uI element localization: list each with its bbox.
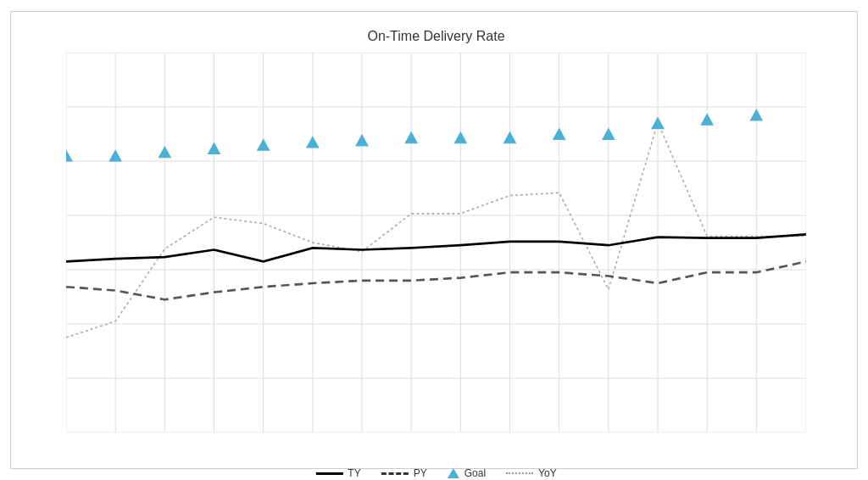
svg-marker-27 (209, 143, 220, 154)
legend-goal-label: Goal (465, 467, 486, 479)
svg-marker-34 (554, 129, 565, 140)
svg-marker-28 (258, 139, 270, 150)
svg-marker-30 (356, 135, 368, 146)
svg-marker-31 (405, 132, 417, 143)
chart-title: On-Time Delivery Rate (66, 29, 806, 44)
svg-marker-24 (66, 150, 72, 161)
svg-marker-25 (109, 150, 121, 161)
legend-py: PY (381, 467, 427, 479)
legend-ty: TY (315, 467, 360, 479)
chart-legend: TY PY Goal YoY (315, 467, 556, 479)
svg-marker-35 (603, 129, 615, 140)
yoy-line (66, 122, 806, 338)
goal-icon (448, 468, 459, 478)
legend-goal: Goal (448, 467, 486, 479)
py-line-icon (381, 472, 409, 475)
chart-svg: 65.0% 70.0% 75.0% 80.0% 85.0% 90.0% 95.0… (66, 53, 806, 433)
svg-marker-29 (307, 137, 319, 148)
ty-line (66, 234, 806, 261)
svg-marker-36 (652, 118, 664, 129)
svg-marker-33 (504, 132, 516, 143)
svg-marker-26 (159, 147, 170, 158)
svg-marker-37 (701, 114, 713, 126)
legend-py-label: PY (414, 467, 427, 479)
svg-marker-32 (454, 132, 466, 143)
legend-yoy: YoY (506, 467, 557, 479)
yoy-line-icon (506, 472, 533, 474)
legend-ty-label: TY (348, 467, 360, 479)
py-line (66, 261, 806, 299)
legend-yoy-label: YoY (538, 467, 557, 479)
svg-marker-38 (750, 109, 762, 120)
ty-line-icon (315, 472, 342, 475)
chart-container: On-Time Delivery Rate (10, 11, 858, 469)
chart-area: 65.0% 70.0% 75.0% 80.0% 85.0% 90.0% 95.0… (66, 53, 806, 433)
